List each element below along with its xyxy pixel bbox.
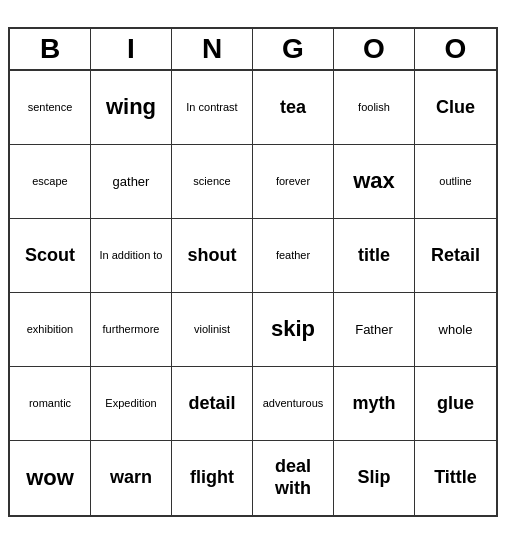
cell-text-r5-c4: Slip [357, 467, 390, 489]
cell-r1-c2: science [172, 145, 253, 219]
cell-r0-c3: tea [253, 71, 334, 145]
cell-r4-c5: glue [415, 367, 496, 441]
cell-text-r1-c2: science [193, 175, 230, 188]
cell-text-r0-c2: In contrast [186, 101, 237, 114]
cell-r5-c3: deal with [253, 441, 334, 515]
cell-text-r0-c5: Clue [436, 97, 475, 119]
cell-r1-c3: forever [253, 145, 334, 219]
cell-r4-c1: Expedition [91, 367, 172, 441]
cell-r0-c0: sentence [10, 71, 91, 145]
cell-text-r4-c1: Expedition [105, 397, 156, 410]
cell-r3-c0: exhibition [10, 293, 91, 367]
cell-text-r2-c0: Scout [25, 245, 75, 267]
bingo-card: BINGOO sentencewingIn contrastteafoolish… [8, 27, 498, 517]
cell-r5-c2: flight [172, 441, 253, 515]
cell-text-r0-c3: tea [280, 97, 306, 119]
cell-text-r5-c5: Tittle [434, 467, 477, 489]
header-letter-0: B [10, 29, 91, 69]
cell-text-r4-c2: detail [188, 393, 235, 415]
cell-text-r2-c5: Retail [431, 245, 480, 267]
cell-text-r0-c1: wing [106, 94, 156, 120]
cell-text-r0-c0: sentence [28, 101, 73, 114]
cell-r2-c1: In addition to [91, 219, 172, 293]
cell-text-r1-c1: gather [113, 174, 150, 190]
cell-text-r3-c4: Father [355, 322, 393, 338]
cell-text-r2-c2: shout [188, 245, 237, 267]
cell-text-r5-c3: deal with [256, 456, 330, 499]
cell-r1-c1: gather [91, 145, 172, 219]
cell-r5-c4: Slip [334, 441, 415, 515]
cell-text-r1-c5: outline [439, 175, 471, 188]
cell-r3-c3: skip [253, 293, 334, 367]
cell-r5-c1: warn [91, 441, 172, 515]
cell-r2-c4: title [334, 219, 415, 293]
cell-text-r4-c5: glue [437, 393, 474, 415]
cell-r0-c4: foolish [334, 71, 415, 145]
cell-text-r1-c0: escape [32, 175, 67, 188]
cell-r3-c1: furthermore [91, 293, 172, 367]
cell-r2-c0: Scout [10, 219, 91, 293]
cell-text-r3-c2: violinist [194, 323, 230, 336]
header-letter-4: O [334, 29, 415, 69]
cell-text-r3-c1: furthermore [103, 323, 160, 336]
header-letter-1: I [91, 29, 172, 69]
cell-r5-c0: wow [10, 441, 91, 515]
cell-r2-c3: feather [253, 219, 334, 293]
cell-r4-c3: adventurous [253, 367, 334, 441]
bingo-grid: sentencewingIn contrastteafoolishClueesc… [10, 71, 496, 515]
cell-r0-c1: wing [91, 71, 172, 145]
cell-text-r5-c1: warn [110, 467, 152, 489]
cell-text-r3-c3: skip [271, 316, 315, 342]
cell-text-r2-c1: In addition to [100, 249, 163, 262]
cell-r0-c5: Clue [415, 71, 496, 145]
cell-text-r4-c3: adventurous [263, 397, 324, 410]
cell-text-r1-c3: forever [276, 175, 310, 188]
cell-text-r0-c4: foolish [358, 101, 390, 114]
cell-text-r5-c2: flight [190, 467, 234, 489]
cell-text-r1-c4: wax [353, 168, 395, 194]
cell-text-r4-c4: myth [352, 393, 395, 415]
cell-r2-c5: Retail [415, 219, 496, 293]
cell-text-r5-c0: wow [26, 465, 74, 491]
cell-r2-c2: shout [172, 219, 253, 293]
bingo-header: BINGOO [10, 29, 496, 71]
cell-text-r3-c5: whole [439, 322, 473, 338]
cell-r3-c2: violinist [172, 293, 253, 367]
cell-r5-c5: Tittle [415, 441, 496, 515]
cell-text-r3-c0: exhibition [27, 323, 73, 336]
cell-r3-c5: whole [415, 293, 496, 367]
header-letter-2: N [172, 29, 253, 69]
cell-r1-c0: escape [10, 145, 91, 219]
cell-text-r2-c4: title [358, 245, 390, 267]
cell-text-r2-c3: feather [276, 249, 310, 262]
header-letter-5: O [415, 29, 496, 69]
cell-r4-c4: myth [334, 367, 415, 441]
cell-r0-c2: In contrast [172, 71, 253, 145]
cell-text-r4-c0: romantic [29, 397, 71, 410]
cell-r3-c4: Father [334, 293, 415, 367]
cell-r4-c0: romantic [10, 367, 91, 441]
cell-r1-c4: wax [334, 145, 415, 219]
cell-r4-c2: detail [172, 367, 253, 441]
header-letter-3: G [253, 29, 334, 69]
cell-r1-c5: outline [415, 145, 496, 219]
